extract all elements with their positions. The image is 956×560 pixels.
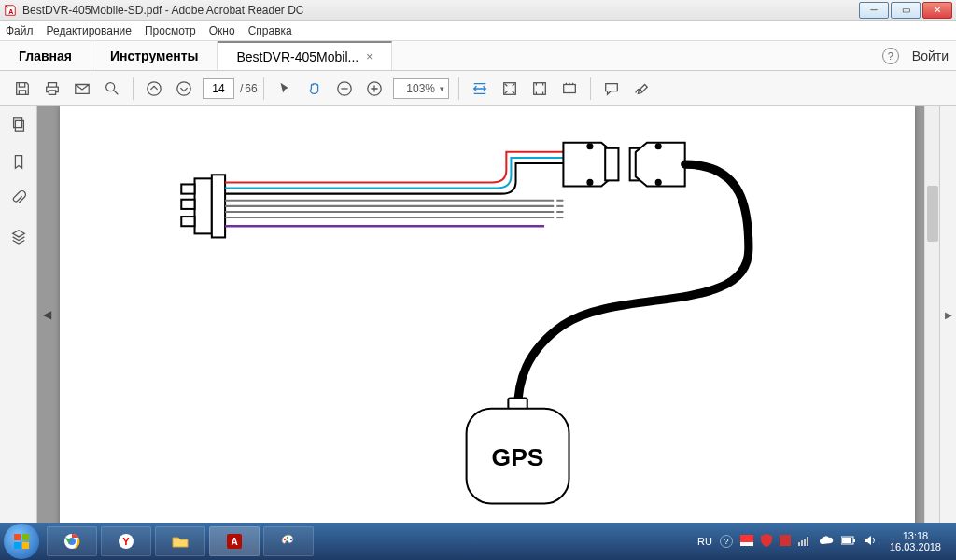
zoom-select[interactable]: 103% [393, 78, 449, 99]
svg-rect-15 [181, 217, 194, 226]
svg-point-36 [290, 539, 292, 540]
fullscreen-icon[interactable] [527, 76, 553, 102]
svg-rect-7 [533, 82, 545, 94]
login-button[interactable]: Войти [912, 49, 949, 63]
document-view[interactable]: ◀ [37, 106, 924, 523]
thumbnails-icon[interactable] [10, 116, 27, 136]
tray-onedrive-icon[interactable] [819, 536, 834, 547]
task-acrobat[interactable]: A [209, 526, 260, 556]
tray-lang[interactable]: RU [697, 536, 712, 547]
layers-icon[interactable] [10, 228, 27, 248]
svg-text:Y: Y [122, 536, 130, 547]
svg-rect-45 [853, 539, 855, 542]
svg-point-24 [656, 144, 661, 148]
start-button[interactable] [4, 524, 39, 559]
svg-rect-11 [195, 178, 212, 233]
taskbar: Y A RU ? 13:18 16.03.2018 [0, 523, 956, 560]
tab-document-label: BestDVR-405Mobil... [236, 49, 358, 64]
read-mode-icon[interactable] [556, 76, 583, 102]
app-icon: A [4, 4, 17, 17]
menu-help[interactable]: Справка [248, 24, 292, 37]
fit-page-icon[interactable] [497, 76, 523, 102]
left-rail [0, 106, 37, 523]
svg-rect-43 [807, 537, 808, 546]
right-rail[interactable]: ▶ [939, 106, 956, 523]
tab-document[interactable]: BestDVR-405Mobil... × [218, 41, 392, 70]
svg-rect-12 [212, 175, 225, 237]
attachment-icon[interactable] [10, 190, 27, 211]
task-yandex[interactable]: Y [101, 526, 151, 556]
workspace: ◀ [0, 106, 956, 523]
svg-point-25 [656, 180, 661, 185]
fit-width-icon[interactable] [467, 76, 493, 102]
minimize-button[interactable]: ─ [859, 2, 889, 19]
page-sep: / [240, 82, 243, 95]
svg-rect-13 [181, 184, 194, 193]
svg-point-2 [148, 81, 161, 94]
svg-rect-41 [801, 540, 803, 546]
zoom-out-icon[interactable] [331, 76, 358, 102]
hand-icon[interactable] [302, 76, 328, 102]
menu-file[interactable]: Файл [6, 24, 34, 37]
gps-label: GPS [492, 443, 544, 471]
print-icon[interactable] [39, 76, 65, 102]
page-down-icon[interactable] [171, 76, 197, 102]
page-total: 66 [245, 82, 257, 95]
gps-diagram: GPS [60, 106, 915, 523]
menu-edit[interactable]: Редактирование [47, 24, 132, 37]
close-button[interactable]: ✕ [922, 2, 952, 19]
svg-point-21 [587, 144, 592, 148]
tray-app-icon[interactable] [780, 535, 791, 548]
tray-date: 16.03.2018 [890, 541, 941, 553]
page-number-input[interactable] [203, 78, 234, 99]
tray-volume-icon[interactable] [864, 535, 877, 548]
svg-rect-42 [804, 539, 806, 546]
svg-rect-40 [798, 542, 800, 546]
menu-window[interactable]: Окно [209, 24, 235, 37]
toolbar: / 66 103% [0, 71, 956, 106]
bookmark-icon[interactable] [10, 153, 27, 174]
window-title: BestDVR-405Mobile-SD.pdf - Adobe Acrobat… [22, 4, 857, 17]
system-tray: RU ? 13:18 16.03.2018 [697, 530, 952, 553]
svg-point-22 [587, 180, 592, 185]
tray-shield-icon[interactable] [761, 534, 772, 549]
task-chrome[interactable] [47, 526, 97, 556]
tray-time: 13:18 [890, 530, 941, 541]
svg-rect-46 [842, 538, 851, 543]
tray-network-icon[interactable] [798, 535, 811, 548]
svg-rect-39 [780, 535, 791, 546]
task-paint[interactable] [263, 526, 314, 556]
tray-battery-icon[interactable] [841, 536, 856, 547]
svg-rect-14 [181, 200, 194, 209]
tab-close-icon[interactable]: × [366, 50, 373, 63]
tab-home[interactable]: Главная [0, 41, 91, 70]
search-icon[interactable] [99, 76, 125, 102]
zoom-in-icon[interactable] [361, 76, 387, 102]
svg-rect-38 [740, 542, 753, 546]
pdf-page: GPS [60, 106, 915, 523]
collapse-arrow-icon: ▶ [945, 310, 952, 320]
window-titlebar: A BestDVR-405Mobile-SD.pdf - Adobe Acrob… [0, 0, 956, 21]
maximize-button[interactable]: ▭ [891, 2, 921, 19]
comment-icon[interactable] [598, 76, 625, 102]
svg-point-34 [284, 539, 286, 540]
save-icon[interactable] [9, 76, 35, 102]
tray-flag-icon[interactable] [740, 535, 753, 548]
tab-tools[interactable]: Инструменты [91, 41, 218, 70]
help-icon[interactable]: ? [882, 48, 899, 64]
pointer-icon[interactable] [272, 76, 298, 102]
scrollbar-thumb[interactable] [927, 186, 938, 242]
svg-point-1 [106, 82, 115, 91]
svg-point-3 [177, 81, 190, 94]
svg-point-35 [287, 537, 288, 539]
page-up-icon[interactable] [141, 76, 167, 102]
prev-page-arrow[interactable]: ◀ [43, 308, 51, 321]
vertical-scrollbar[interactable] [924, 106, 939, 523]
tray-help-icon[interactable]: ? [720, 535, 733, 548]
mail-icon[interactable] [69, 76, 95, 102]
menu-view[interactable]: Просмотр [145, 24, 196, 37]
svg-rect-20 [605, 148, 618, 181]
tray-clock[interactable]: 13:18 16.03.2018 [884, 530, 947, 553]
task-explorer[interactable] [155, 526, 205, 556]
sign-icon[interactable] [628, 76, 654, 102]
